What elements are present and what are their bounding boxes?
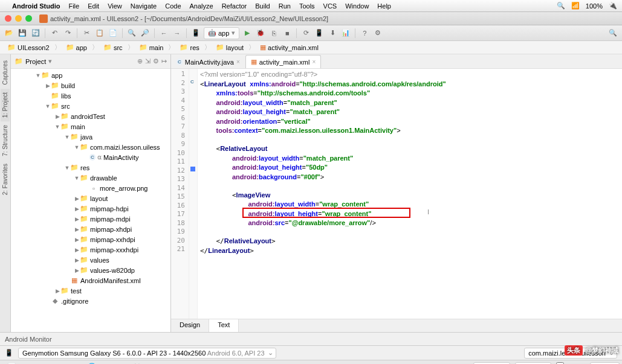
android-monitor-label[interactable]: Android Monitor [5, 336, 52, 343]
tree-mipmap-mdpi[interactable]: ▶📁mipmap-mdpi [11, 214, 170, 224]
tab-captures[interactable]: Captures [1, 57, 10, 89]
tab-logcat[interactable]: ≡logcat [164, 362, 197, 365]
undo-icon[interactable]: ↶ [49, 28, 60, 39]
help-icon[interactable]: ? [359, 28, 370, 39]
close-window[interactable] [5, 15, 11, 22]
scroll-from-source-icon[interactable]: ⊕ [137, 57, 143, 65]
sync-icon[interactable]: 🔄 [30, 28, 41, 39]
tree-main[interactable]: ▼📁main [11, 121, 170, 132]
menu-file[interactable]: File [68, 2, 79, 10]
crumb-main[interactable]: 📁main [135, 43, 167, 51]
tree-values[interactable]: ▶📁values [11, 255, 170, 265]
minimize-window[interactable] [15, 15, 22, 22]
menu-tools[interactable]: Tools [299, 2, 315, 10]
back-icon[interactable]: ← [158, 28, 169, 39]
tab-gpu[interactable]: 🎮GPU [128, 362, 163, 364]
zoom-window[interactable] [25, 15, 32, 22]
tree-app[interactable]: ▼📁app [11, 70, 170, 80]
tree-build[interactable]: ▶📁build [11, 80, 170, 91]
run-config-selector[interactable]: 🤖 app ▾ [204, 27, 239, 39]
tree-drawable[interactable]: ▼📁drawable [11, 173, 170, 183]
menu-analyze[interactable]: Analyze [190, 2, 213, 10]
avd-icon[interactable]: 📱 [190, 28, 201, 39]
code-editor[interactable]: 123456789101112131415161718192021 C <?xm… [171, 69, 622, 319]
tree-gitignore[interactable]: ◆.gitignore [11, 296, 170, 306]
debug-button[interactable]: 🐞 [255, 28, 266, 39]
crumb-file[interactable]: ▦activity_main.xml [256, 43, 322, 51]
copy-icon[interactable]: 📋 [94, 28, 105, 39]
tree-androidtest[interactable]: ▶📁androidTest [11, 111, 170, 121]
tab-mainactivity-java[interactable]: CMainActivity.java× [171, 55, 245, 68]
cut-icon[interactable]: ✂ [81, 28, 92, 39]
find-icon[interactable]: 🔍 [126, 28, 137, 39]
tab-project[interactable]: 1: Project [1, 89, 10, 121]
menu-refactor[interactable]: Refactor [222, 2, 247, 10]
tree-src[interactable]: ▼📁src [11, 101, 170, 111]
attach-icon[interactable]: ⎘ [268, 28, 279, 39]
stop-icon[interactable]: ■ [282, 28, 293, 39]
crumb-layout[interactable]: 📁layout [212, 43, 247, 51]
tree-res[interactable]: ▼📁res [11, 162, 170, 173]
tree-more-arrow[interactable]: ▫more_arrow.png [11, 183, 170, 193]
menu-code[interactable]: Code [165, 2, 181, 10]
app-name[interactable]: Android Studio [12, 2, 60, 10]
tree-test[interactable]: ▶📁test [11, 286, 170, 296]
paste-icon[interactable]: 📄 [108, 28, 118, 39]
menu-build[interactable]: Build [255, 2, 270, 10]
collapse-icon[interactable]: ⇲ [145, 57, 151, 65]
hide-icon[interactable]: ↦ [161, 57, 167, 65]
tab-cpu[interactable]: 💻CPU [48, 362, 82, 364]
design-tab[interactable]: Design [171, 319, 209, 332]
forward-icon[interactable]: → [172, 28, 183, 39]
settings-icon[interactable]: ⚙ [372, 28, 383, 39]
redo-icon[interactable]: ↷ [62, 28, 73, 39]
text-tab[interactable]: Text [209, 319, 239, 332]
search-icon[interactable]: 🔍 [557, 2, 565, 10]
gear-icon[interactable]: ⚙ [153, 57, 159, 65]
close-icon[interactable]: × [236, 59, 240, 65]
wifi-icon[interactable]: 📶 [571, 2, 580, 10]
menu-help[interactable]: Help [377, 2, 391, 10]
crumb-app[interactable]: 📁app [62, 43, 91, 51]
tree-mipmap-xhdpi[interactable]: ▶📁mipmap-xhdpi [11, 224, 170, 234]
menu-run[interactable]: Run [279, 2, 291, 10]
menu-view[interactable]: View [108, 2, 122, 10]
tree-values-w820[interactable]: ▶📁values-w820dp [11, 265, 170, 275]
device-selector[interactable]: Genymotion Samsung Galaxy S6 - 6.0.0 - A… [18, 348, 276, 359]
replace-icon[interactable]: 🔎 [140, 28, 151, 39]
open-icon[interactable]: 📂 [4, 28, 15, 39]
close-icon[interactable]: × [312, 59, 316, 65]
project-tree[interactable]: ▼📁app ▶📁build 📁libs ▼📁src ▶📁androidTest … [11, 69, 170, 332]
search-everywhere-icon[interactable]: 🔍 [607, 28, 618, 39]
crumb-project[interactable]: 📁UILesson2 [4, 43, 53, 51]
tab-memory[interactable]: 📊Memory [2, 362, 47, 364]
menu-vcs[interactable]: VCS [323, 2, 337, 10]
sdk-manager-icon[interactable]: ⬇ [327, 28, 338, 39]
menu-navigate[interactable]: Navigate [131, 2, 157, 10]
menu-window[interactable]: Window [345, 2, 369, 10]
menu-edit[interactable]: Edit [88, 2, 99, 10]
tree-libs[interactable]: 📁libs [11, 91, 170, 101]
tree-mipmap-xxhdpi[interactable]: ▶📁mipmap-xxhdpi [11, 234, 170, 244]
run-button[interactable]: ▶ [242, 28, 253, 39]
tree-mainactivity[interactable]: C ⍺ MainActivity [11, 152, 170, 162]
save-icon[interactable]: 💾 [17, 28, 28, 39]
tab-favorites[interactable]: 2: Favorites [1, 160, 10, 199]
tree-package[interactable]: ▼📁com.maizi.lesson.uiless [11, 142, 170, 152]
panel-title[interactable]: 📁Project▾ [15, 57, 137, 65]
tree-java[interactable]: ▼📁java [11, 132, 170, 142]
code-text[interactable]: <?xml version="1.0" encoding="utf-8"?> <… [198, 69, 622, 319]
tab-network[interactable]: 🌐Network [83, 362, 127, 364]
tree-manifest[interactable]: ▦AndroidManifest.xml [11, 275, 170, 286]
tab-structure[interactable]: 7: Structure [1, 121, 10, 160]
crumb-src[interactable]: 📁src [100, 43, 126, 51]
sync-gradle-icon[interactable]: ⟳ [300, 28, 311, 39]
ddms-icon[interactable]: 📊 [340, 28, 351, 39]
log-filter-input[interactable] [515, 362, 551, 365]
tree-mipmap-xxxhdpi[interactable]: ▶📁mipmap-xxxhdpi [11, 244, 170, 255]
tree-mipmap-hdpi[interactable]: ▶📁mipmap-hdpi [11, 203, 170, 214]
crumb-res[interactable]: 📁res [176, 43, 202, 51]
avd-manager-icon[interactable]: 📱 [314, 28, 325, 39]
tab-activity-main-xml[interactable]: ▦activity_main.xml× [245, 55, 322, 68]
tree-layout[interactable]: ▶📁layout [11, 193, 170, 203]
